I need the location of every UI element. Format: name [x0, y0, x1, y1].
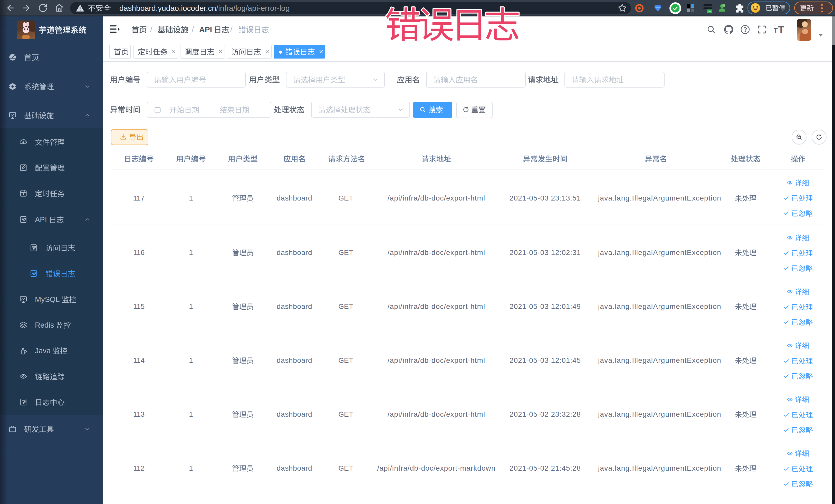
svg-text:on: on	[708, 10, 711, 13]
